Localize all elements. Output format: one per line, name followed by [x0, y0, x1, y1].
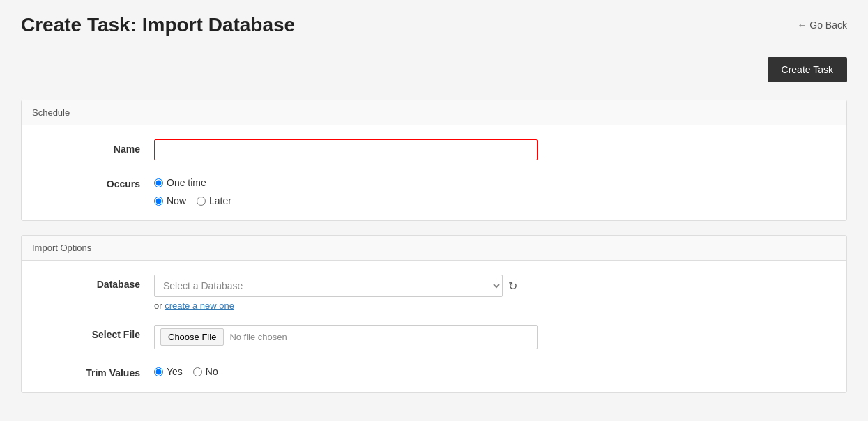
trim-yes-label[interactable]: Yes — [154, 366, 183, 377]
now-radio[interactable] — [154, 197, 163, 206]
select-file-row: Select File Choose File No file chosen — [43, 325, 825, 349]
page-title: Create Task: Import Database — [21, 14, 295, 36]
database-row: Database Select a Database ↻ or create a… — [43, 275, 825, 311]
refresh-icon[interactable]: ↻ — [508, 280, 517, 293]
trim-no-radio[interactable] — [193, 367, 202, 376]
import-options-section: Import Options Database Select a Databas… — [21, 235, 847, 393]
now-label[interactable]: Now — [154, 195, 186, 206]
import-options-body: Database Select a Database ↻ or create a… — [22, 261, 846, 392]
create-new-link[interactable]: create a new one — [165, 300, 234, 311]
file-input-wrapper: Choose File No file chosen — [154, 325, 538, 349]
trim-no-text: No — [206, 366, 218, 377]
trim-yes-radio[interactable] — [154, 367, 163, 376]
import-options-header: Import Options — [22, 236, 846, 261]
go-back-link[interactable]: ← Go Back — [797, 20, 847, 31]
trim-values-control-group: Yes No — [154, 363, 825, 377]
database-select-row: Select a Database ↻ — [154, 275, 825, 297]
trim-no-label[interactable]: No — [193, 366, 218, 377]
database-control-group: Select a Database ↻ or create a new one — [154, 275, 825, 311]
one-time-text: One time — [167, 177, 206, 188]
database-label: Database — [43, 275, 154, 290]
trim-values-row: Trim Values Yes No — [43, 363, 825, 378]
create-new-wrapper: or create a new one — [154, 300, 825, 311]
occurs-row: Occurs One time Now Later — [43, 174, 825, 206]
select-file-label: Select File — [43, 325, 154, 340]
database-select[interactable]: Select a Database — [154, 275, 503, 297]
occurs-control-group: One time Now Later — [154, 174, 825, 206]
later-text: Later — [209, 195, 231, 206]
trim-values-label: Trim Values — [43, 363, 154, 378]
create-task-button[interactable]: Create Task — [768, 57, 847, 82]
occurs-radio-group: One time — [154, 174, 825, 188]
schedule-section-body: Name Occurs One time Now — [22, 125, 846, 220]
no-file-text: No file chosen — [229, 332, 287, 342]
schedule-section-header: Schedule — [22, 100, 846, 125]
name-input[interactable] — [154, 139, 538, 160]
toolbar: Create Task — [21, 50, 847, 89]
one-time-label[interactable]: One time — [154, 177, 206, 188]
file-control-group: Choose File No file chosen — [154, 325, 825, 349]
later-label[interactable]: Later — [197, 195, 231, 206]
page-header: Create Task: Import Database ← Go Back — [21, 14, 847, 36]
occurs-label: Occurs — [43, 174, 154, 190]
name-label: Name — [43, 139, 154, 155]
name-control-group — [154, 139, 825, 160]
one-time-radio[interactable] — [154, 178, 163, 187]
timing-radio-group: Now Later — [154, 195, 825, 206]
or-text: or — [154, 300, 162, 311]
name-row: Name — [43, 139, 825, 160]
trim-radio-group: Yes No — [154, 363, 825, 377]
schedule-section: Schedule Name Occurs One time — [21, 100, 847, 221]
later-radio[interactable] — [197, 197, 206, 206]
now-text: Now — [167, 195, 186, 206]
choose-file-button[interactable]: Choose File — [160, 328, 224, 346]
trim-yes-text: Yes — [167, 366, 183, 377]
